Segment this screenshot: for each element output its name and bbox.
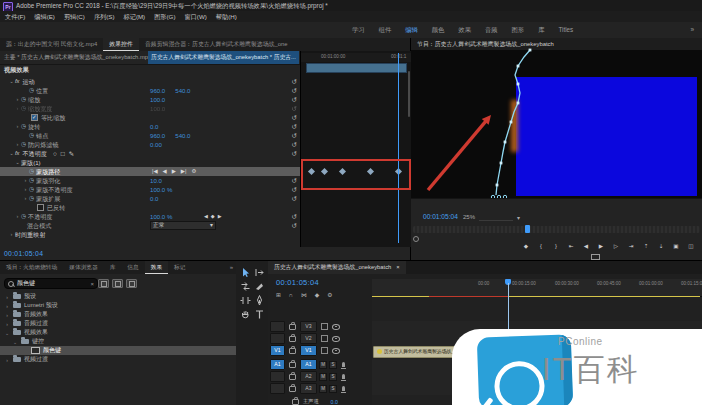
program-monitor-tab[interactable]: 节目：历史古人舞剑武术雕鹰製选场战_onekeybatch bbox=[411, 38, 702, 50]
menu-item[interactable]: 图形(G) bbox=[154, 11, 175, 22]
linked-selection-toggle[interactable]: ⋈ bbox=[301, 292, 307, 298]
nest-insert-toggle[interactable]: ⊞ bbox=[276, 292, 281, 298]
video-track-header[interactable]: V2 bbox=[270, 333, 372, 344]
panel-tab[interactable]: 效果 bbox=[145, 261, 168, 274]
checkbox[interactable] bbox=[37, 204, 44, 211]
fwd-keyframe-button[interactable]: ▶ bbox=[172, 167, 176, 176]
snap-toggle[interactable]: ∩ bbox=[289, 292, 293, 298]
toggle-track-output-icon[interactable] bbox=[332, 348, 340, 354]
timeline-timecode[interactable]: 00:01:05:04 bbox=[276, 278, 319, 287]
tab-source-monitor[interactable]: 源：出走的中国文明 民俗文化.mp4 bbox=[0, 38, 103, 51]
go-next-keyframe-icon[interactable]: ▶ bbox=[218, 212, 222, 221]
effects-tree-item[interactable]: › 音频过渡 bbox=[0, 319, 236, 328]
panel-tabs-overflow-button[interactable]: » bbox=[230, 261, 233, 274]
reset-parameter-icon[interactable]: ↺ bbox=[292, 185, 297, 194]
menu-item[interactable]: 窗口(W) bbox=[184, 11, 206, 22]
expander-icon[interactable]: › bbox=[22, 185, 29, 194]
toggle-track-output-icon[interactable] bbox=[332, 324, 340, 330]
workspace-tab[interactable]: 效果 bbox=[458, 22, 471, 38]
value-secondary[interactable]: 540.0 bbox=[175, 131, 190, 140]
effect-controls-timecode[interactable]: 00:01:05:04 bbox=[4, 250, 43, 257]
mark-in-button[interactable]: { bbox=[538, 243, 544, 249]
selection-tool[interactable] bbox=[239, 266, 252, 279]
mini-scrollbar[interactable] bbox=[408, 71, 410, 117]
effect-row[interactable]: › fx ◷ 蒙版不透明度 ○ □ ✎ 100.0 % bbox=[0, 185, 300, 194]
preset-bin-icon[interactable] bbox=[112, 279, 123, 288]
master-track-header[interactable]: 主声道 0.0 bbox=[270, 396, 372, 405]
export-frame-button[interactable]: ▣ bbox=[673, 243, 679, 249]
track-name[interactable]: V1 bbox=[300, 345, 317, 356]
stopwatch-icon[interactable]: ◷ bbox=[29, 185, 34, 194]
lift-button[interactable]: ⇡ bbox=[643, 243, 649, 249]
ellipse-mask-icon[interactable]: ○ bbox=[53, 149, 57, 158]
pen-mask-icon[interactable]: ✎ bbox=[69, 149, 74, 158]
clear-search-icon[interactable]: × bbox=[90, 281, 94, 287]
expander-icon[interactable]: › bbox=[8, 230, 15, 239]
value-primary[interactable]: 100.0 bbox=[150, 104, 165, 113]
voiceover-mic-icon[interactable] bbox=[342, 374, 345, 379]
expander-icon[interactable]: ⌄ bbox=[14, 158, 21, 167]
ripple-edit-tool[interactable] bbox=[239, 280, 252, 293]
effects-tree-item[interactable]: ⌄ 键控 bbox=[0, 337, 236, 346]
expander-icon[interactable]: ⌄ bbox=[4, 330, 10, 336]
reset-parameter-icon[interactable]: ↺ bbox=[292, 122, 297, 131]
expander-icon[interactable]: › bbox=[4, 303, 10, 309]
stopwatch-icon[interactable]: ◷ bbox=[29, 167, 34, 176]
solo-button[interactable]: S bbox=[329, 373, 337, 381]
reset-parameter-icon[interactable]: ↺ bbox=[292, 212, 297, 221]
type-tool[interactable] bbox=[253, 308, 266, 321]
back-keyframe-button[interactable]: ◀ bbox=[163, 167, 167, 176]
stopwatch-icon[interactable]: ◷ bbox=[29, 86, 34, 95]
favorites-bin-icon[interactable] bbox=[98, 279, 109, 288]
master-gain-value[interactable]: 0.0 bbox=[331, 399, 338, 405]
fx-badge-icon[interactable]: fx bbox=[15, 149, 20, 158]
reset-parameter-icon[interactable]: ↺ bbox=[292, 221, 297, 230]
add-keyframe-icon[interactable]: ◆ bbox=[211, 212, 215, 221]
workspace-tab[interactable]: 颜色 bbox=[432, 22, 445, 38]
workspace-tab[interactable]: 音频 bbox=[485, 22, 498, 38]
lock-icon[interactable] bbox=[289, 362, 296, 368]
stopwatch-icon[interactable]: ◷ bbox=[21, 140, 26, 149]
search-value[interactable]: 颜色键 bbox=[17, 279, 35, 288]
expander-icon[interactable]: › bbox=[14, 95, 21, 104]
expander-icon[interactable]: › bbox=[22, 194, 29, 203]
effect-row[interactable]: › fx ◷ 缩放宽度 ○ □ ✎ 100.0 bbox=[0, 104, 300, 113]
workspace-tab[interactable]: 库 bbox=[538, 22, 544, 38]
voiceover-mic-icon[interactable] bbox=[342, 386, 345, 391]
solo-button[interactable]: S bbox=[329, 385, 337, 393]
mute-button[interactable]: M bbox=[319, 361, 327, 369]
expander-icon[interactable]: › bbox=[22, 176, 29, 185]
reset-parameter-icon[interactable]: ↺ bbox=[292, 86, 297, 95]
mini-timeline-ruler[interactable]: 00:01:00:0000:01:1 bbox=[301, 53, 411, 62]
lock-icon[interactable] bbox=[289, 348, 296, 354]
effect-row[interactable]: › fx ◷ 不透明度 ○ □ ✎ 100.0 % bbox=[0, 212, 300, 221]
track-name[interactable]: A1 bbox=[300, 359, 317, 370]
effect-row[interactable]: fx ◷ 锚点 ○ □ ✎ 960.0 540.0 ▾ bbox=[0, 131, 300, 140]
lock-icon[interactable] bbox=[289, 324, 296, 330]
effect-controls-timeline[interactable]: 00:01:00:0000:01:1 bbox=[300, 51, 411, 247]
toggle-track-output-icon[interactable] bbox=[332, 336, 340, 342]
extract-button[interactable]: ⇣ bbox=[658, 243, 664, 249]
reset-parameter-icon[interactable]: ↺ bbox=[292, 104, 297, 113]
scrub-playhead[interactable] bbox=[525, 225, 530, 233]
expander-icon[interactable]: › bbox=[14, 104, 21, 113]
comparison-view-button[interactable]: ◫ bbox=[688, 243, 694, 249]
reset-parameter-icon[interactable]: ↺ bbox=[292, 113, 297, 122]
effect-row[interactable]: › fx ◷ 旋转 ○ □ ✎ 0.0 bbox=[0, 122, 300, 131]
lock-icon[interactable] bbox=[292, 399, 299, 405]
effect-row[interactable]: fx ◷ 混合模式 ○ □ ✎ 正常 ▾ bbox=[0, 221, 300, 230]
value-primary[interactable]: 10.0 bbox=[150, 176, 162, 185]
reset-parameter-icon[interactable]: ↺ bbox=[292, 194, 297, 203]
expander-icon[interactable]: ⌄ bbox=[8, 149, 15, 158]
effect-row[interactable]: ⌄ fx ◷ 运动 ○ □ ✎ ▾ bbox=[0, 77, 300, 86]
program-monitor-viewport[interactable] bbox=[411, 50, 702, 198]
effects-tree-item[interactable]: ⌄ 视频效果 bbox=[0, 328, 236, 337]
expander-icon[interactable]: ⌄ bbox=[8, 77, 15, 86]
track-name[interactable]: V3 bbox=[300, 321, 317, 332]
stopwatch-icon[interactable]: ◷ bbox=[21, 122, 26, 131]
effect-row[interactable]: › fx ◷ 防闪烁滤镜 ○ □ ✎ 0.00 bbox=[0, 140, 300, 149]
audio-track-header[interactable]: A2 M S bbox=[270, 371, 372, 382]
menu-item[interactable]: 剪辑(C) bbox=[64, 11, 85, 22]
effect-row[interactable]: fx ◷ 位置 ○ □ ✎ 960.0 540.0 ▾ bbox=[0, 86, 300, 95]
workspace-tab[interactable]: Titles bbox=[558, 22, 573, 38]
